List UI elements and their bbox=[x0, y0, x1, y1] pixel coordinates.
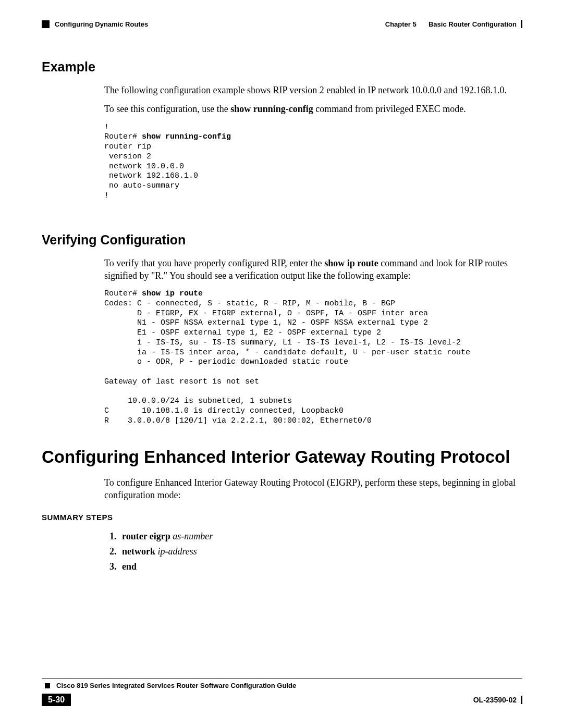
chapter-label: Chapter 5 bbox=[385, 20, 417, 28]
code-output: router rip version 2 network 10.0.0.0 ne… bbox=[104, 142, 198, 200]
verifying-body: To verify that you have properly configu… bbox=[104, 257, 517, 282]
step-cmd: end bbox=[122, 561, 137, 572]
summary-steps-label: SUMMARY STEPS bbox=[42, 513, 522, 522]
inline-command: show ip route bbox=[324, 258, 378, 268]
text-segment: To verify that you have properly configu… bbox=[104, 258, 324, 268]
inline-command: show running-config bbox=[230, 104, 313, 114]
step-item: end bbox=[119, 559, 522, 574]
summary-steps-list: router eigrp as-number network ip-addres… bbox=[119, 529, 522, 574]
header-right: Chapter 5 Basic Router Configuration bbox=[385, 20, 522, 28]
header-section-left: Configuring Dynamic Routes bbox=[55, 20, 148, 28]
heading-example: Example bbox=[42, 59, 522, 75]
code-command: show running-config bbox=[142, 132, 231, 141]
example-body: The following configuration example show… bbox=[104, 84, 517, 116]
square-bullet-icon bbox=[42, 20, 50, 28]
footer-rule bbox=[42, 678, 522, 678]
page-footer: Cisco 819 Series Integrated Services Rou… bbox=[42, 678, 522, 706]
verifying-p1: To verify that you have properly configu… bbox=[104, 257, 517, 282]
page-number: 5-30 bbox=[42, 694, 71, 706]
step-cmd: network bbox=[122, 546, 155, 557]
footer-bottom: 5-30 OL-23590-02 bbox=[42, 694, 522, 706]
header-left: Configuring Dynamic Routes bbox=[42, 20, 148, 28]
footer-title-row: Cisco 819 Series Integrated Services Rou… bbox=[45, 682, 522, 689]
example-p2: To see this configuration, use the show … bbox=[104, 103, 517, 115]
square-bullet-icon bbox=[45, 683, 50, 688]
doc-id-group: OL-23590-02 bbox=[473, 696, 522, 704]
vertical-bar-icon bbox=[521, 20, 522, 28]
text-segment: To see this configuration, use the bbox=[104, 104, 230, 114]
verifying-code-block: Router# show ip route Codes: C - connect… bbox=[104, 289, 522, 426]
step-item: network ip-address bbox=[119, 544, 522, 559]
eigrp-body: To configure Enhanced Interior Gateway R… bbox=[104, 476, 517, 502]
text-segment: command from privileged EXEC mode. bbox=[313, 104, 466, 114]
document-page: Configuring Dynamic Routes Chapter 5 Bas… bbox=[0, 0, 563, 728]
page-header: Configuring Dynamic Routes Chapter 5 Bas… bbox=[42, 20, 522, 28]
vertical-bar-icon bbox=[521, 696, 522, 704]
guide-title: Cisco 819 Series Integrated Services Rou… bbox=[56, 682, 296, 689]
step-arg: ip-address bbox=[158, 546, 197, 557]
eigrp-p1: To configure Enhanced Interior Gateway R… bbox=[104, 476, 517, 502]
step-arg: as-number bbox=[173, 531, 213, 541]
code-prompt: Router# bbox=[104, 289, 142, 298]
doc-id: OL-23590-02 bbox=[473, 696, 517, 704]
step-item: router eigrp as-number bbox=[119, 529, 522, 544]
step-cmd: router eigrp bbox=[122, 531, 170, 541]
chapter-title: Basic Router Configuration bbox=[429, 20, 517, 28]
example-code-block: ! Router# show running-config router rip… bbox=[104, 123, 522, 201]
example-p1: The following configuration example show… bbox=[104, 84, 517, 96]
heading-verifying: Verifying Configuration bbox=[42, 232, 522, 248]
heading-eigrp: Configuring Enhanced Interior Gateway Ro… bbox=[42, 447, 522, 467]
code-command: show ip route bbox=[142, 289, 203, 298]
code-output: Codes: C - connected, S - static, R - RI… bbox=[104, 299, 470, 425]
code-prompt: Router# bbox=[104, 132, 142, 141]
